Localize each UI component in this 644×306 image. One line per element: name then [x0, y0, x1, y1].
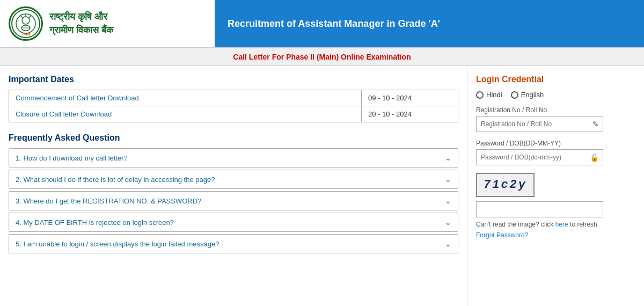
- edit-icon: ✎: [592, 120, 599, 128]
- password-input[interactable]: [476, 149, 603, 165]
- main-content: Important Dates Commencement of Call let…: [0, 66, 644, 306]
- captcha-refresh-text: Can't read the image? click here to refr…: [476, 221, 603, 228]
- registration-input[interactable]: [476, 116, 603, 132]
- chevron-down-icon: ⌄: [445, 175, 451, 184]
- faq-question-1-text: 1. How do I download my call letter?: [16, 154, 128, 162]
- svg-point-2: [22, 17, 30, 24]
- date-label-2: Closure of Call letter Download: [9, 106, 362, 122]
- faq-title: Frequently Asked Question: [9, 133, 458, 143]
- language-options: Hindi English: [476, 91, 603, 99]
- password-label: Password / DOB(DD-MM-YY): [476, 140, 603, 147]
- faq-question-5-text: 5. I am unable to login / screen display…: [16, 240, 219, 248]
- date-row-2: Closure of Call letter Download 20 - 10 …: [9, 106, 458, 122]
- lang-english-option[interactable]: English: [511, 91, 544, 99]
- chevron-down-icon: ⌄: [445, 218, 451, 227]
- faq-question-2[interactable]: 2. What should I do if there is lot of d…: [9, 170, 458, 188]
- chevron-down-icon: ⌄: [445, 239, 451, 248]
- faq-question-3[interactable]: 3. Where do I get the REGISTRATION NO. &…: [9, 192, 458, 210]
- svg-text:नाबार्ड: नाबार्ड: [21, 32, 31, 36]
- faq-question-3-text: 3. Where do I get the REGISTRATION NO. &…: [16, 197, 201, 205]
- captcha-image: 71c2y: [476, 173, 535, 197]
- date-row-1: Commencement of Call letter Download 09 …: [9, 90, 458, 106]
- faq-item-4[interactable]: 4. My DATE OF BIRTH is rejected on login…: [9, 213, 458, 232]
- password-field-group: Password / DOB(DD-MM-YY) 🔒: [476, 140, 603, 165]
- dates-table: Commencement of Call letter Download 09 …: [9, 90, 458, 122]
- hindi-radio[interactable]: [476, 91, 484, 99]
- hindi-label: Hindi: [486, 91, 502, 99]
- subheader-banner: Call Letter For Phase II (Main) Online E…: [0, 48, 644, 66]
- date-label-1: Commencement of Call letter Download: [9, 90, 362, 106]
- faq-item-3[interactable]: 3. Where do I get the REGISTRATION NO. &…: [9, 191, 458, 210]
- english-radio[interactable]: [511, 91, 518, 99]
- date-value-1: 09 - 10 - 2024: [362, 90, 458, 106]
- faq-item-1[interactable]: 1. How do I download my call letter? ⌄: [9, 148, 458, 167]
- english-label: English: [521, 91, 544, 99]
- header-title: Recruitment of Assistant Manager in Grad…: [215, 0, 644, 47]
- logo-emblem: नाबार्ड: [9, 6, 43, 41]
- captcha-section: 71c2y Can't read the image? click here t…: [476, 173, 603, 239]
- important-dates-title: Important Dates: [9, 75, 458, 84]
- header: नाबार्ड राष्ट्रीय कृषि और ग्रामीण विकास …: [0, 0, 644, 48]
- logo-text: राष्ट्रीय कृषि और ग्रामीण विकास बैंक: [49, 10, 113, 37]
- logo-line2: ग्रामीण विकास बैंक: [49, 24, 113, 37]
- registration-label: Registration No / Roll No: [476, 106, 603, 114]
- registration-field-group: Registration No / Roll No ✎: [476, 106, 603, 132]
- login-credential-title: Login Credential: [476, 75, 603, 84]
- svg-line-5: [29, 16, 31, 18]
- password-input-wrapper: 🔒: [476, 149, 603, 165]
- faq-question-2-text: 2. What should I do if there is lot of d…: [16, 176, 215, 184]
- registration-input-wrapper: ✎: [476, 116, 603, 132]
- right-panel: Login Credential Hindi English Registrat…: [467, 66, 612, 306]
- captcha-input[interactable]: [476, 201, 603, 217]
- logo-line1: राष्ट्रीय कृषि और: [49, 10, 113, 24]
- forgot-password-link[interactable]: Forgot Password?: [476, 231, 603, 239]
- faq-question-4-text: 4. My DATE OF BIRTH is rejected on login…: [16, 218, 174, 227]
- left-panel: Important Dates Commencement of Call let…: [0, 66, 467, 306]
- svg-line-4: [20, 16, 23, 18]
- date-value-2: 20 - 10 - 2024: [362, 106, 458, 122]
- faq-question-5[interactable]: 5. I am unable to login / screen display…: [9, 235, 458, 253]
- chevron-down-icon: ⌄: [445, 154, 451, 162]
- header-logo: नाबार्ड राष्ट्रीय कृषि और ग्रामीण विकास …: [0, 2, 215, 45]
- faq-item-2[interactable]: 2. What should I do if there is lot of d…: [9, 170, 458, 189]
- chevron-down-icon: ⌄: [445, 196, 451, 205]
- captcha-refresh-link[interactable]: here: [555, 221, 568, 228]
- faq-question-1[interactable]: 1. How do I download my call letter? ⌄: [9, 149, 458, 167]
- lock-icon: 🔒: [590, 153, 599, 162]
- faq-question-4[interactable]: 4. My DATE OF BIRTH is rejected on login…: [9, 213, 458, 231]
- faq-item-5[interactable]: 5. I am unable to login / screen display…: [9, 234, 458, 253]
- lang-hindi-option[interactable]: Hindi: [476, 91, 502, 99]
